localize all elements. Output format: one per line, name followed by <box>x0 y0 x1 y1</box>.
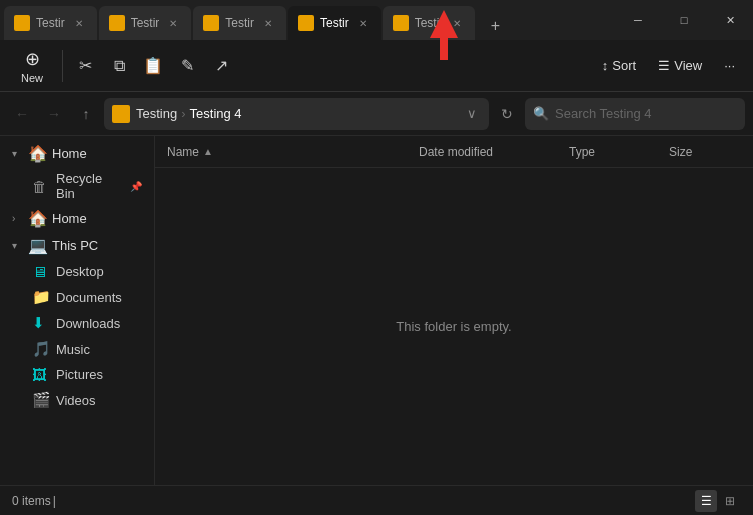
documents-icon: 📁 <box>32 288 50 306</box>
item-count: 0 items <box>12 494 51 508</box>
tab-5-close[interactable]: ✕ <box>449 15 465 31</box>
tab-3-icon <box>203 15 219 31</box>
toolbar-right: ↕ Sort ☰ View ··· <box>592 50 745 82</box>
tab-2[interactable]: Testir ✕ <box>99 6 192 40</box>
sidebar-item-recycle-bin-label: Recycle Bin <box>56 171 124 201</box>
home-section-chevron: ▾ <box>12 148 24 159</box>
sidebar-item-videos-label: Videos <box>56 393 96 408</box>
breadcrumb-testing4: Testing 4 <box>190 106 242 121</box>
forward-icon: → <box>47 106 61 122</box>
tab-2-close[interactable]: ✕ <box>165 15 181 31</box>
cursor-indicator: | <box>53 494 56 508</box>
forward-button[interactable]: → <box>40 100 68 128</box>
refresh-button[interactable]: ↻ <box>493 100 521 128</box>
sidebar-item-downloads-label: Downloads <box>56 316 120 331</box>
sidebar-home-item[interactable]: › 🏠 Home <box>4 205 150 232</box>
tab-5[interactable]: Testir ✕ <box>383 6 476 40</box>
paste-button[interactable]: 📋 <box>137 50 169 82</box>
back-icon: ← <box>15 106 29 122</box>
sidebar-item-desktop[interactable]: 🖥 Desktop <box>4 259 150 284</box>
new-label: New <box>21 72 43 84</box>
tab-5-icon <box>393 15 409 31</box>
sidebar: ▾ 🏠 Home 🗑 Recycle Bin 📌 › 🏠 Home ▾ 💻 Th… <box>0 136 155 485</box>
sidebar-item-music[interactable]: 🎵 Music <box>4 336 150 362</box>
more-button[interactable]: ··· <box>714 50 745 82</box>
sidebar-item-desktop-label: Desktop <box>56 264 104 279</box>
col-name-sort-icon: ▲ <box>203 146 213 157</box>
search-box[interactable]: 🔍 Search Testing 4 <box>525 98 745 130</box>
col-name-label: Name <box>167 145 199 159</box>
pictures-icon: 🖼 <box>32 366 50 383</box>
list-view-button[interactable]: ☰ <box>695 490 717 512</box>
breadcrumb-dropdown-icon[interactable]: ∨ <box>463 104 481 123</box>
sidebar-item-pictures-label: Pictures <box>56 367 103 382</box>
maximize-button[interactable]: □ <box>661 0 707 40</box>
grid-view-button[interactable]: ⊞ <box>719 490 741 512</box>
col-size-label: Size <box>669 145 692 159</box>
col-header-date[interactable]: Date modified <box>415 136 565 167</box>
sort-button[interactable]: ↕ Sort <box>592 50 646 82</box>
sidebar-item-videos[interactable]: 🎬 Videos <box>4 387 150 413</box>
add-tab-button[interactable]: + <box>481 12 509 40</box>
col-type-label: Type <box>569 145 595 159</box>
tab-4-close[interactable]: ✕ <box>355 15 371 31</box>
sidebar-item-pictures[interactable]: 🖼 Pictures <box>4 362 150 387</box>
col-header-type[interactable]: Type <box>565 136 665 167</box>
tab-1[interactable]: Testir ✕ <box>4 6 97 40</box>
minimize-button[interactable]: ─ <box>615 0 661 40</box>
more-icon: ··· <box>724 58 735 73</box>
tab-3-close[interactable]: ✕ <box>260 15 276 31</box>
tab-2-label: Testir <box>131 16 160 30</box>
refresh-icon: ↻ <box>501 106 513 122</box>
breadcrumb[interactable]: Testing › Testing 4 ∨ <box>104 98 489 130</box>
copy-button[interactable]: ⧉ <box>103 50 135 82</box>
view-label: View <box>674 58 702 73</box>
tab-4[interactable]: Testir ✕ <box>288 6 381 40</box>
sidebar-this-pc-section[interactable]: ▾ 💻 This PC <box>4 232 150 259</box>
cut-icon: ✂ <box>79 56 92 75</box>
address-bar: ← → ↑ Testing › Testing 4 ∨ ↻ 🔍 Search T… <box>0 92 753 136</box>
sidebar-item-music-label: Music <box>56 342 90 357</box>
title-bar: Testir ✕ Testir ✕ Testir ✕ Testir ✕ Test… <box>0 0 753 40</box>
copy-icon: ⧉ <box>114 57 125 75</box>
rename-button[interactable]: ✎ <box>171 50 203 82</box>
tab-3[interactable]: Testir ✕ <box>193 6 286 40</box>
breadcrumb-testing[interactable]: Testing <box>136 106 177 121</box>
column-headers: Name ▲ Date modified Type Size <box>155 136 753 168</box>
this-pc-chevron: ▾ <box>12 240 24 251</box>
downloads-icon: ⬇ <box>32 314 50 332</box>
col-header-name[interactable]: Name ▲ <box>163 136 415 167</box>
up-button[interactable]: ↑ <box>72 100 100 128</box>
sort-label: Sort <box>612 58 636 73</box>
new-icon: ⊕ <box>25 48 40 70</box>
close-button[interactable]: ✕ <box>707 0 753 40</box>
main-layout: ▾ 🏠 Home 🗑 Recycle Bin 📌 › 🏠 Home ▾ 💻 Th… <box>0 136 753 485</box>
sidebar-item-documents-label: Documents <box>56 290 122 305</box>
tab-4-label: Testir <box>320 16 349 30</box>
annotation-arrow-shaft <box>440 38 448 60</box>
col-header-size[interactable]: Size <box>665 136 745 167</box>
share-button[interactable]: ↗ <box>205 50 237 82</box>
sidebar-item-documents[interactable]: 📁 Documents <box>4 284 150 310</box>
col-date-label: Date modified <box>419 145 493 159</box>
rename-icon: ✎ <box>181 56 194 75</box>
sidebar-item-recycle-bin[interactable]: 🗑 Recycle Bin 📌 <box>4 167 150 205</box>
sidebar-item-downloads[interactable]: ⬇ Downloads <box>4 310 150 336</box>
desktop-icon: 🖥 <box>32 263 50 280</box>
this-pc-label: This PC <box>52 238 98 253</box>
new-button[interactable]: ⊕ New <box>8 44 56 88</box>
status-bar: 0 items | ☰ ⊞ <box>0 485 753 515</box>
cut-button[interactable]: ✂ <box>69 50 101 82</box>
tab-1-close[interactable]: ✕ <box>71 15 87 31</box>
tab-5-label: Testir <box>415 16 444 30</box>
view-button[interactable]: ☰ View <box>648 50 712 82</box>
sidebar-home-section[interactable]: ▾ 🏠 Home <box>4 140 150 167</box>
tab-3-label: Testir <box>225 16 254 30</box>
view-toggle: ☰ ⊞ <box>695 490 741 512</box>
empty-folder-message: This folder is empty. <box>396 319 511 334</box>
back-button[interactable]: ← <box>8 100 36 128</box>
toolbar-divider-1 <box>62 50 63 82</box>
toolbar: ⊕ New ✂ ⧉ 📋 ✎ ↗ ↕ Sort ☰ View <box>0 40 753 92</box>
tab-2-icon <box>109 15 125 31</box>
sort-icon: ↕ <box>602 58 609 73</box>
